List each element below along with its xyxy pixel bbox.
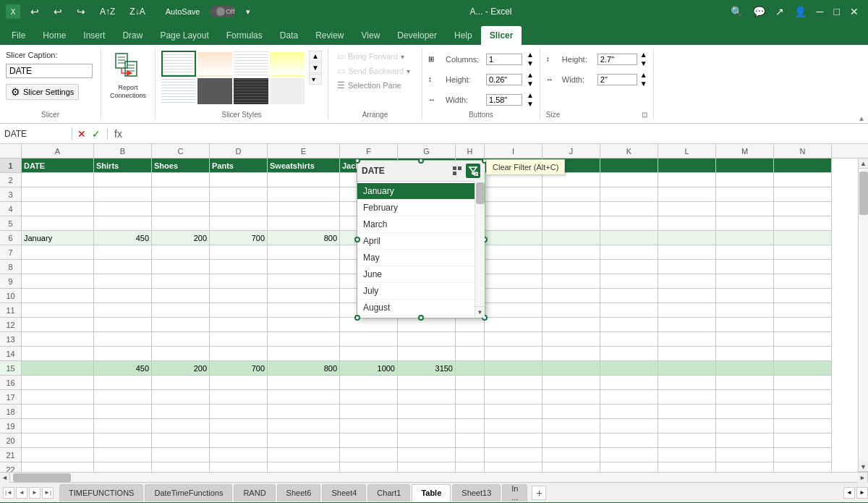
cell-c2[interactable] [152,173,210,187]
style-7[interactable] [234,78,268,104]
row-num-3[interactable]: 3 [0,187,22,202]
sheet-tab-first[interactable]: |◄ [3,487,14,499]
slicer-multiselect-btn[interactable] [450,164,464,178]
cell-l2[interactable] [658,173,716,187]
vscroll-thumb[interactable] [859,172,868,215]
send-backward-dropdown[interactable]: ▾ [407,67,410,75]
cell-j5[interactable] [542,216,600,231]
row-num-14[interactable]: 14 [0,347,22,361]
cell-k2[interactable] [600,173,658,187]
cell-d5[interactable] [210,216,268,231]
slicer-item-january[interactable]: January [357,183,485,200]
cell-l3[interactable] [658,187,716,202]
slicer-scroll-thumb[interactable] [476,182,485,204]
cell-j6[interactable] [542,231,600,245]
cell-b6[interactable]: 450 [94,231,152,245]
row-num-8[interactable]: 8 [0,260,22,274]
size-height-input[interactable] [597,54,637,65]
cell-g15[interactable]: 3150 [398,361,456,376]
cell-c4[interactable] [152,202,210,216]
cell-k5[interactable] [600,216,658,231]
col-header-d[interactable]: D [210,144,268,158]
cell-n5[interactable] [774,216,832,231]
sheet-tab-in[interactable]: In ... [502,484,527,502]
columns-down[interactable]: ▼ [527,59,534,67]
maximize-btn[interactable]: □ [830,4,843,19]
width-down[interactable]: ▼ [527,100,534,108]
tab-page-layout[interactable]: Page Layout [151,26,217,45]
sheet-tab-datetime[interactable]: DateTimeFunctions [145,484,232,502]
bring-forward-dropdown[interactable]: ▾ [401,53,404,61]
row-num-7[interactable]: 7 [0,245,22,260]
row-num-17[interactable]: 17 [0,390,22,405]
style-3[interactable] [234,51,268,77]
cell-b1[interactable]: Shirts [94,158,152,173]
insert-function-icon[interactable]: fx [112,128,124,140]
cell-i3[interactable] [485,187,542,202]
style-2[interactable] [197,51,232,77]
cell-n6[interactable] [774,231,832,245]
cell-d6[interactable]: 700 [210,231,268,245]
slicer-item-june[interactable]: June [357,266,485,283]
cell-c3[interactable] [152,187,210,202]
slicer-scroll-track[interactable] [475,181,485,306]
row-num-13[interactable]: 13 [0,332,22,347]
slicer-item-march[interactable]: March [357,216,485,233]
style-8[interactable] [270,78,305,104]
col-header-h[interactable]: H [456,144,485,158]
cell-e4[interactable] [268,202,340,216]
cell-k1[interactable] [600,158,658,173]
style-4[interactable] [270,51,305,77]
sheet-tab-timefunctions[interactable]: TIMEFUNCTIONS [59,484,143,502]
sheet-tab-add[interactable]: + [532,486,546,500]
sort-asc[interactable]: A↑Z [95,5,119,18]
hscroll-track[interactable] [10,473,858,482]
selection-pane-btn[interactable]: ☰ Selection Pane [334,80,404,91]
row-num-11[interactable]: 11 [0,303,22,318]
cell-j4[interactable] [542,202,600,216]
hscroll-right[interactable]: ► [858,473,868,483]
row-num-1[interactable]: 1 [0,158,22,173]
slicer-clear-filter-btn[interactable] [466,164,480,178]
slicer-item-august[interactable]: August [357,300,485,316]
ribbon-collapse-btn[interactable]: ▲ [858,114,865,122]
cell-i2[interactable] [485,173,542,187]
vertical-scrollbar[interactable]: ▲ ▼ [858,158,868,472]
cell-m1[interactable] [716,158,774,173]
sheet-tab-prev[interactable]: ◄ [16,487,27,499]
send-backward-btn[interactable]: ▭ Send Backward ▾ [334,65,413,77]
tab-slicer[interactable]: Slicer [481,26,522,45]
size-width-up[interactable]: ▲ [640,71,647,79]
col-header-j[interactable]: J [542,144,600,158]
cell-d15[interactable]: 700 [210,361,268,376]
row-num-10[interactable]: 10 [0,289,22,303]
cell-m5[interactable] [716,216,774,231]
cell-e1[interactable]: Sweatshirts [268,158,340,173]
slicer-scrollbar[interactable]: ▼ [475,181,485,318]
row-num-2[interactable]: 2 [0,173,22,187]
cell-a2[interactable] [22,173,94,187]
sheet-tab-rand[interactable]: RAND [234,484,275,502]
horizontal-scrollbar[interactable]: ◄ ► [0,472,868,482]
cell-m2[interactable] [716,173,774,187]
cell-d1[interactable]: Pants [210,158,268,173]
slicer-caption-input[interactable] [6,64,93,78]
customize-toolbar[interactable]: ▾ [242,6,255,18]
row-num-18[interactable]: 18 [0,405,22,419]
cell-a6[interactable]: January [22,231,94,245]
cell-e6[interactable]: 800 [268,231,340,245]
slicer-scroll-down-btn[interactable]: ▼ [475,306,485,318]
row-num-12[interactable]: 12 [0,318,22,332]
sheet-tab-next[interactable]: ► [29,487,41,499]
account-btn[interactable]: 👤 [791,4,810,19]
hscroll-left[interactable]: ◄ [0,473,10,483]
style-5[interactable] [161,78,196,104]
tab-insert[interactable]: Insert [75,26,114,45]
size-height-down[interactable]: ▼ [640,59,647,67]
title-bar-undo[interactable]: ↩ [26,4,43,19]
cell-a7[interactable] [22,245,94,260]
comments-btn[interactable]: 💬 [749,4,769,19]
cell-n4[interactable] [774,202,832,216]
cell-f15[interactable]: 1000 [340,361,398,376]
cell-n3[interactable] [774,187,832,202]
